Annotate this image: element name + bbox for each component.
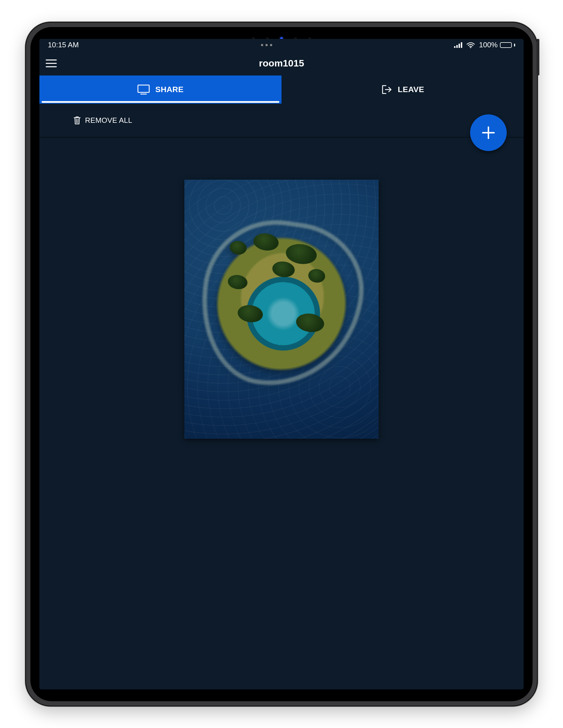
plus-icon — [480, 124, 497, 141]
tab-share-label: SHARE — [155, 85, 184, 94]
status-time: 10:15 AM — [48, 41, 79, 49]
battery-indicator: 100% — [479, 41, 515, 49]
tab-leave[interactable]: LEAVE — [282, 75, 524, 104]
toolbar: REMOVE ALL — [39, 104, 524, 137]
app-header: room1015 — [39, 51, 524, 75]
tablet-frame: 10:15 AM 100% — [25, 22, 538, 706]
leave-icon — [381, 84, 392, 95]
svg-line-10 — [76, 119, 77, 123]
status-bar: 10:15 AM 100% — [39, 39, 524, 51]
remove-all-label: REMOVE ALL — [85, 116, 132, 125]
content-area — [39, 137, 524, 689]
tablet-inner: 10:15 AM 100% — [30, 27, 533, 701]
menu-button[interactable] — [45, 57, 58, 70]
wifi-icon — [466, 42, 475, 48]
media-thumbnail[interactable] — [184, 180, 379, 439]
multitasking-dots-icon[interactable] — [261, 44, 272, 46]
battery-text: 100% — [479, 41, 498, 49]
tab-leave-label: LEAVE — [398, 85, 424, 94]
svg-rect-3 — [461, 42, 462, 48]
remove-all-button[interactable]: REMOVE ALL — [73, 116, 132, 125]
svg-rect-8 — [138, 85, 149, 92]
monitor-icon — [137, 84, 150, 95]
tab-bar: SHARE LEAVE — [39, 75, 524, 104]
svg-rect-1 — [456, 45, 458, 48]
add-button[interactable] — [470, 114, 507, 151]
svg-rect-2 — [459, 44, 460, 48]
svg-point-4 — [470, 47, 471, 48]
tab-share[interactable]: SHARE — [39, 75, 282, 104]
screen: 10:15 AM 100% — [39, 39, 524, 689]
cellular-icon — [454, 42, 462, 48]
trash-icon — [73, 116, 81, 124]
svg-line-11 — [78, 119, 78, 123]
hamburger-icon — [46, 59, 57, 68]
device-side-button — [537, 39, 539, 75]
svg-rect-0 — [454, 46, 455, 48]
page-title: room1015 — [259, 58, 304, 69]
